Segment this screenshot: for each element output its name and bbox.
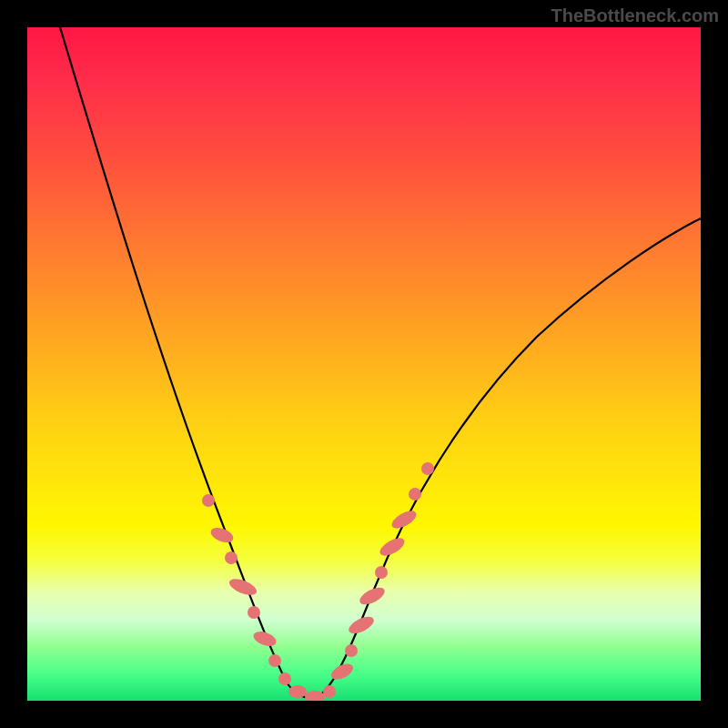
watermark-text: TheBottleneck.com [551,5,719,26]
gradient-background [27,27,701,701]
plot-area [27,27,701,701]
